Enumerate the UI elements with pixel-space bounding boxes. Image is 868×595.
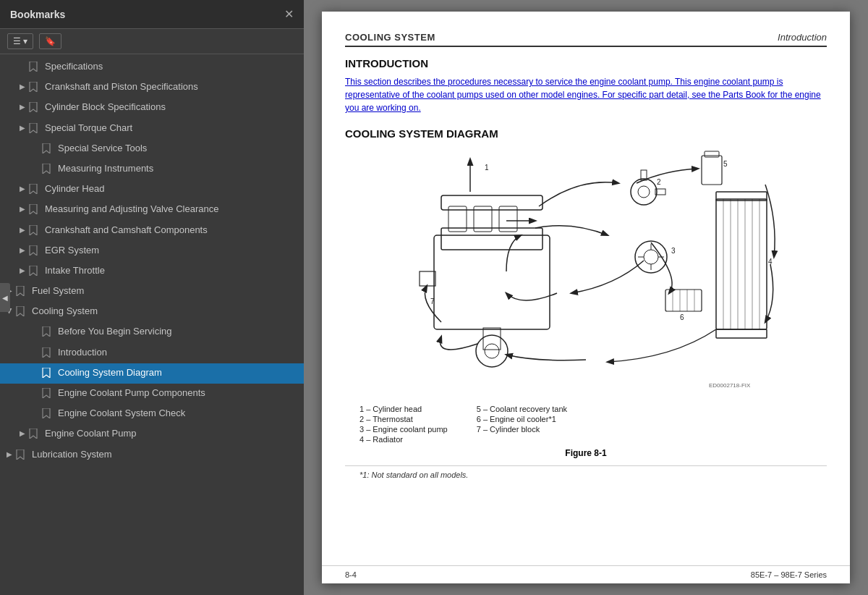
bookmark-icon <box>29 245 41 258</box>
bookmark-icon <box>42 326 54 339</box>
legend-item-2: 2 – Thermostat <box>359 415 448 423</box>
sidebar-item-egr-system[interactable]: ▶EGR System <box>0 241 304 261</box>
sidebar-item-label: Special Torque Chart <box>45 122 298 135</box>
svg-text:ED0002718-FIX: ED0002718-FIX <box>709 382 751 389</box>
legend-item-6: 6 – Engine oil cooler*1 <box>477 415 567 423</box>
sidebar-item-label: Engine Coolant Pump <box>45 427 298 440</box>
svg-rect-33 <box>702 156 722 185</box>
sidebar-tree: Specifications▶Crankshaft and Piston Spe… <box>0 54 304 595</box>
intro-text: This section describes the procedures ne… <box>345 75 827 114</box>
page-number: 8-4 <box>345 570 357 579</box>
menu-icon: ☰ <box>13 36 21 46</box>
bookmark-button[interactable]: 🔖 <box>39 33 61 49</box>
bookmark-icon <box>16 306 27 319</box>
legend-item-5: 5 – Coolant recovery tank <box>477 405 567 413</box>
figure-label: Figure 8-1 <box>345 448 827 458</box>
bookmark-icon <box>42 347 54 360</box>
bookmark-icon <box>42 388 54 401</box>
svg-text:5: 5 <box>723 160 728 168</box>
sidebar-item-label: Specifications <box>45 60 298 73</box>
bookmark-icon <box>42 368 54 381</box>
diagram-title: COOLING SYSTEM DIAGRAM <box>345 127 827 140</box>
sidebar-item-special-torque[interactable]: ▶Special Torque Chart <box>0 119 304 139</box>
bookmark-icon <box>29 204 41 217</box>
sidebar-item-label: EGR System <box>45 244 298 257</box>
svg-point-11 <box>631 179 657 205</box>
bookmark-icon <box>29 102 41 115</box>
sidebar-item-engine-coolant-system-check[interactable]: Engine Coolant System Check <box>0 404 304 424</box>
sidebar-item-cylinder-head[interactable]: ▶Cylinder Head <box>0 180 304 200</box>
svg-rect-6 <box>420 271 435 286</box>
page-footer: 8-4 85E-7 – 98E-7 Series <box>322 565 850 583</box>
sidebar-item-cylinder-block[interactable]: ▶Cylinder Block Specifications <box>0 98 304 118</box>
svg-point-12 <box>638 186 650 198</box>
arrow-icon: ▶ <box>16 266 29 276</box>
arrow-icon: ▶ <box>16 429 29 439</box>
sidebar-item-label: Cooling System Diagram <box>58 366 298 379</box>
sidebar-item-label: Crankshaft and Camshaft Components <box>45 224 298 237</box>
series-label: 85E-7 – 98E-7 Series <box>751 570 827 579</box>
bookmark-icon <box>29 184 41 197</box>
legend-left: 1 – Cylinder head 2 – Thermostat 3 – Eng… <box>359 405 448 444</box>
sidebar-item-label: Measuring and Adjusting Valve Clearance <box>45 203 298 216</box>
sidebar-item-lubrication-system[interactable]: ▶Lubrication System <box>0 445 304 465</box>
legend-item-4: 4 – Radiator <box>359 435 448 444</box>
arrow-icon: ▶ <box>3 450 16 460</box>
sidebar-item-cooling-system-diagram[interactable]: Cooling System Diagram <box>0 363 304 384</box>
menu-arrow-icon: ▾ <box>23 36 27 46</box>
svg-rect-34 <box>705 151 719 157</box>
bookmark-icon <box>42 143 54 156</box>
cooling-diagram-svg: 7 2 <box>362 148 810 394</box>
sidebar-item-label: Cylinder Head <box>45 182 298 195</box>
arrow-icon: ▶ <box>16 225 29 235</box>
sidebar-item-introduction[interactable]: Introduction <box>0 343 304 363</box>
sidebar-item-label: Fuel System <box>32 284 298 298</box>
menu-button[interactable]: ☰ ▾ <box>7 33 33 49</box>
svg-rect-31 <box>716 329 767 338</box>
svg-point-8 <box>485 344 499 358</box>
sidebar-item-crankshaft-piston[interactable]: ▶Crankshaft and Piston Specifications <box>0 77 304 98</box>
legend-item-1: 1 – Cylinder head <box>359 405 448 413</box>
sidebar-item-label: Special Service Tools <box>58 142 298 155</box>
sidebar-item-label: Engine Coolant Pump Components <box>58 387 298 400</box>
svg-text:3: 3 <box>671 247 676 255</box>
sidebar-item-label: Cylinder Block Specifications <box>45 101 298 114</box>
svg-text:2: 2 <box>657 178 661 186</box>
sidebar-item-label: Engine Coolant System Check <box>58 407 298 420</box>
sidebar-item-label: Introduction <box>58 346 298 359</box>
section-title: INTRODUCTION <box>345 57 827 69</box>
arrow-icon: ▶ <box>16 245 29 256</box>
sidebar-item-special-service-tools[interactable]: Special Service Tools <box>0 139 304 159</box>
sidebar-item-measuring-instruments[interactable]: Measuring Instruments <box>0 159 304 180</box>
bookmark-icon <box>29 123 41 136</box>
sidebar-item-engine-coolant-pump[interactable]: ▶Engine Coolant Pump <box>0 424 304 444</box>
collapse-handle[interactable]: ◀ <box>0 283 10 312</box>
sidebar-item-specs[interactable]: Specifications <box>0 57 304 77</box>
bookmark-icon <box>16 286 27 299</box>
sidebar-item-intake-throttle[interactable]: ▶Intake Throttle <box>0 261 304 282</box>
arrow-icon: ▶ <box>16 82 29 92</box>
bookmark-icon <box>29 225 41 238</box>
bookmark-icon <box>42 408 54 421</box>
svg-rect-36 <box>665 290 702 311</box>
close-button[interactable]: ✕ <box>284 9 294 20</box>
legend-item-3: 3 – Engine coolant pump <box>359 425 448 434</box>
arrow-icon: ▶ <box>16 123 29 133</box>
diagram-area: 7 2 <box>345 148 827 394</box>
bookmark-icon <box>29 266 41 279</box>
svg-point-17 <box>644 250 658 264</box>
legend-right: 5 – Coolant recovery tank 6 – Engine oil… <box>477 405 567 444</box>
sidebar-item-label: Measuring Instruments <box>58 162 298 175</box>
svg-point-7 <box>476 335 508 367</box>
svg-text:7: 7 <box>430 298 435 305</box>
page-header: COOLING SYSTEM Introduction <box>345 32 827 47</box>
sidebar-item-engine-coolant-pump-components[interactable]: Engine Coolant Pump Components <box>0 384 304 404</box>
sidebar-item-label: Intake Throttle <box>45 264 298 277</box>
page-content: COOLING SYSTEM Introduction INTRODUCTION… <box>322 12 850 565</box>
sidebar-item-cooling-system[interactable]: ▶Cooling System <box>0 302 304 322</box>
sidebar-item-crankshaft-camshaft[interactable]: ▶Crankshaft and Camshaft Components <box>0 221 304 241</box>
page-wrapper: COOLING SYSTEM Introduction INTRODUCTION… <box>322 12 850 583</box>
sidebar-item-measuring-adjusting[interactable]: ▶Measuring and Adjusting Valve Clearance <box>0 200 304 220</box>
sidebar-item-before-servicing[interactable]: Before You Begin Servicing <box>0 322 304 342</box>
sidebar-item-fuel-system[interactable]: ▶Fuel System <box>0 282 304 302</box>
